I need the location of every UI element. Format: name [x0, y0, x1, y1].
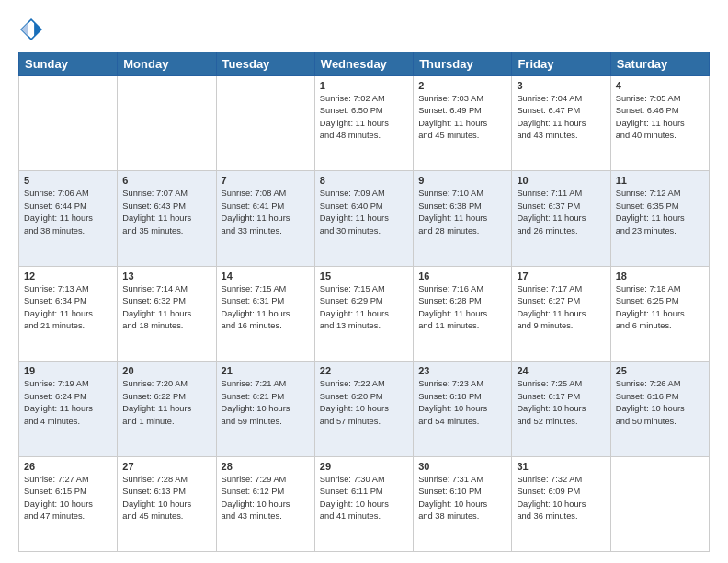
day-header-saturday: Saturday [610, 52, 709, 76]
week-row-3: 19Sunrise: 7:19 AMSunset: 6:24 PMDayligh… [19, 362, 710, 456]
day-info: Sunrise: 7:06 AMSunset: 6:44 PMDaylight:… [24, 188, 112, 237]
calendar-cell: 3Sunrise: 7:04 AMSunset: 6:47 PMDaylight… [512, 76, 610, 171]
day-header-thursday: Thursday [414, 52, 512, 76]
day-number: 15 [320, 270, 408, 282]
day-info: Sunrise: 7:09 AMSunset: 6:40 PMDaylight:… [320, 188, 408, 237]
day-info: Sunrise: 7:08 AMSunset: 6:41 PMDaylight:… [222, 188, 310, 237]
calendar-header-row: SundayMondayTuesdayWednesdayThursdayFrid… [19, 52, 710, 76]
day-number: 24 [517, 365, 605, 376]
day-number: 23 [418, 365, 506, 376]
day-info: Sunrise: 7:31 AMSunset: 6:10 PMDaylight:… [418, 474, 506, 523]
calendar-cell: 22Sunrise: 7:22 AMSunset: 6:20 PMDayligh… [314, 362, 413, 456]
week-row-0: 1Sunrise: 7:02 AMSunset: 6:50 PMDaylight… [19, 76, 710, 171]
day-number: 10 [517, 175, 605, 186]
day-number: 28 [222, 461, 310, 472]
day-number: 9 [418, 175, 506, 186]
day-info: Sunrise: 7:10 AMSunset: 6:38 PMDaylight:… [418, 188, 506, 237]
calendar-cell: 10Sunrise: 7:11 AMSunset: 6:37 PMDayligh… [512, 171, 610, 266]
calendar-cell: 29Sunrise: 7:30 AMSunset: 6:11 PMDayligh… [314, 456, 413, 551]
day-info: Sunrise: 7:15 AMSunset: 6:29 PMDaylight:… [320, 283, 408, 333]
svg-marker-2 [34, 22, 41, 37]
day-info: Sunrise: 7:13 AMSunset: 6:34 PMDaylight:… [24, 283, 112, 333]
day-number: 2 [418, 80, 506, 91]
logo-icon [18, 17, 44, 42]
day-info: Sunrise: 7:14 AMSunset: 6:32 PMDaylight:… [122, 283, 210, 333]
calendar-cell [610, 456, 709, 551]
calendar-cell: 6Sunrise: 7:07 AMSunset: 6:43 PMDaylight… [118, 171, 216, 266]
calendar-cell: 31Sunrise: 7:32 AMSunset: 6:09 PMDayligh… [512, 456, 610, 551]
week-row-1: 5Sunrise: 7:06 AMSunset: 6:44 PMDaylight… [19, 171, 710, 266]
day-number: 13 [122, 270, 210, 282]
day-info: Sunrise: 7:05 AMSunset: 6:46 PMDaylight:… [616, 93, 704, 143]
day-info: Sunrise: 7:30 AMSunset: 6:11 PMDaylight:… [320, 474, 408, 523]
day-number: 31 [517, 461, 605, 472]
day-number: 4 [616, 80, 704, 91]
day-info: Sunrise: 7:17 AMSunset: 6:27 PMDaylight:… [517, 283, 605, 333]
day-number: 3 [517, 80, 605, 91]
day-number: 7 [222, 175, 310, 186]
day-info: Sunrise: 7:25 AMSunset: 6:17 PMDaylight:… [517, 378, 605, 428]
day-number: 21 [222, 365, 310, 376]
calendar-cell: 2Sunrise: 7:03 AMSunset: 6:49 PMDaylight… [414, 76, 512, 171]
calendar-cell: 8Sunrise: 7:09 AMSunset: 6:40 PMDaylight… [314, 171, 413, 266]
day-number: 22 [320, 365, 408, 376]
calendar-cell: 9Sunrise: 7:10 AMSunset: 6:38 PMDaylight… [414, 171, 512, 266]
calendar-cell: 4Sunrise: 7:05 AMSunset: 6:46 PMDaylight… [610, 76, 709, 171]
page: SundayMondayTuesdayWednesdayThursdayFrid… [0, 0, 728, 563]
svg-marker-3 [21, 22, 28, 37]
header [18, 17, 710, 42]
day-number: 25 [616, 365, 704, 376]
day-number: 1 [320, 80, 408, 91]
logo [18, 17, 48, 42]
calendar-cell: 5Sunrise: 7:06 AMSunset: 6:44 PMDaylight… [19, 171, 118, 266]
calendar-cell: 1Sunrise: 7:02 AMSunset: 6:50 PMDaylight… [314, 76, 413, 171]
day-number: 29 [320, 461, 408, 472]
day-info: Sunrise: 7:15 AMSunset: 6:31 PMDaylight:… [222, 283, 310, 333]
day-info: Sunrise: 7:32 AMSunset: 6:09 PMDaylight:… [517, 474, 605, 523]
day-info: Sunrise: 7:11 AMSunset: 6:37 PMDaylight:… [517, 188, 605, 237]
day-info: Sunrise: 7:16 AMSunset: 6:28 PMDaylight:… [418, 283, 506, 333]
calendar-cell [118, 76, 216, 171]
day-info: Sunrise: 7:04 AMSunset: 6:47 PMDaylight:… [517, 93, 605, 143]
day-info: Sunrise: 7:03 AMSunset: 6:49 PMDaylight:… [418, 93, 506, 143]
day-info: Sunrise: 7:26 AMSunset: 6:16 PMDaylight:… [616, 378, 704, 428]
calendar-cell: 16Sunrise: 7:16 AMSunset: 6:28 PMDayligh… [414, 266, 512, 361]
calendar-cell: 21Sunrise: 7:21 AMSunset: 6:21 PMDayligh… [216, 362, 314, 456]
calendar-cell: 30Sunrise: 7:31 AMSunset: 6:10 PMDayligh… [414, 456, 512, 551]
calendar-cell: 18Sunrise: 7:18 AMSunset: 6:25 PMDayligh… [610, 266, 709, 361]
day-number: 17 [517, 270, 605, 282]
day-info: Sunrise: 7:28 AMSunset: 6:13 PMDaylight:… [122, 474, 210, 523]
day-info: Sunrise: 7:12 AMSunset: 6:35 PMDaylight:… [616, 188, 704, 237]
day-info: Sunrise: 7:20 AMSunset: 6:22 PMDaylight:… [122, 378, 210, 428]
day-info: Sunrise: 7:23 AMSunset: 6:18 PMDaylight:… [418, 378, 506, 428]
day-header-friday: Friday [512, 52, 610, 76]
calendar-cell: 26Sunrise: 7:27 AMSunset: 6:15 PMDayligh… [19, 456, 118, 551]
week-row-2: 12Sunrise: 7:13 AMSunset: 6:34 PMDayligh… [19, 266, 710, 361]
day-number: 16 [418, 270, 506, 282]
day-number: 14 [222, 270, 310, 282]
day-number: 11 [616, 175, 704, 186]
calendar-cell: 23Sunrise: 7:23 AMSunset: 6:18 PMDayligh… [414, 362, 512, 456]
day-number: 5 [24, 175, 112, 186]
calendar-cell: 14Sunrise: 7:15 AMSunset: 6:31 PMDayligh… [216, 266, 314, 361]
day-info: Sunrise: 7:18 AMSunset: 6:25 PMDaylight:… [616, 283, 704, 333]
calendar-cell: 27Sunrise: 7:28 AMSunset: 6:13 PMDayligh… [118, 456, 216, 551]
day-header-tuesday: Tuesday [216, 52, 314, 76]
day-info: Sunrise: 7:27 AMSunset: 6:15 PMDaylight:… [24, 474, 112, 523]
day-header-monday: Monday [118, 52, 216, 76]
calendar-cell: 28Sunrise: 7:29 AMSunset: 6:12 PMDayligh… [216, 456, 314, 551]
calendar-cell: 19Sunrise: 7:19 AMSunset: 6:24 PMDayligh… [19, 362, 118, 456]
day-number: 18 [616, 270, 704, 282]
day-number: 8 [320, 175, 408, 186]
day-number: 6 [122, 175, 210, 186]
calendar-table: SundayMondayTuesdayWednesdayThursdayFrid… [18, 52, 710, 552]
day-info: Sunrise: 7:21 AMSunset: 6:21 PMDaylight:… [222, 378, 310, 428]
calendar-cell: 15Sunrise: 7:15 AMSunset: 6:29 PMDayligh… [314, 266, 413, 361]
calendar-cell: 13Sunrise: 7:14 AMSunset: 6:32 PMDayligh… [118, 266, 216, 361]
day-number: 26 [24, 461, 112, 472]
calendar-cell: 7Sunrise: 7:08 AMSunset: 6:41 PMDaylight… [216, 171, 314, 266]
day-number: 30 [418, 461, 506, 472]
day-info: Sunrise: 7:29 AMSunset: 6:12 PMDaylight:… [222, 474, 310, 523]
day-header-sunday: Sunday [19, 52, 118, 76]
week-row-4: 26Sunrise: 7:27 AMSunset: 6:15 PMDayligh… [19, 456, 710, 551]
